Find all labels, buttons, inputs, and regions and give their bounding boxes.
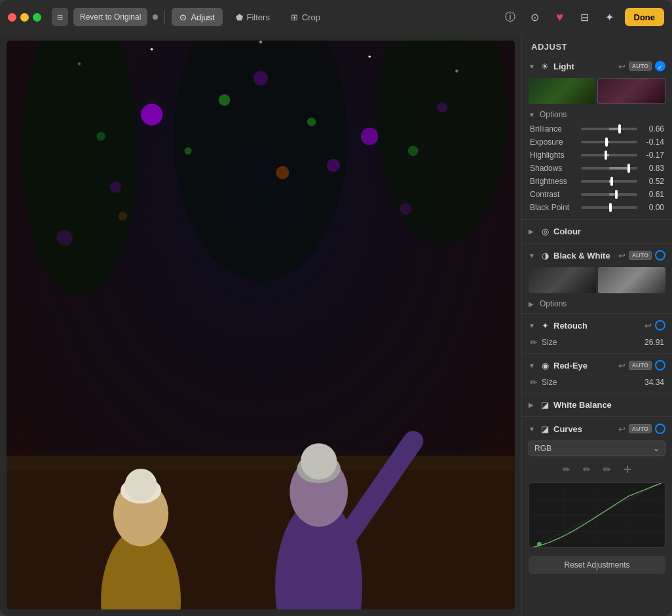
tools-icon: ✦ [605,11,614,24]
curves-eyedropper-white-button[interactable]: ✏ [602,463,612,476]
done-button[interactable]: Done [625,8,665,26]
layout-icon: ⊟ [57,13,63,22]
curves-tools: ✏ ✏ ✏ ✛ [522,459,672,480]
divider-5 [522,393,672,393]
curves-crosshair-button[interactable]: ✛ [622,463,633,476]
curves-graph[interactable] [529,482,665,548]
bw-undo-button[interactable]: ↩ [618,251,625,261]
info-icon: ⓘ [505,10,515,24]
compare-icon: ⊟ [580,11,589,24]
curves-section-header[interactable]: ◪ Curves ↩ AUTO [522,420,672,438]
bw-auto-badge: AUTO [629,251,652,260]
panel-header: ADJUST [522,34,672,57]
contrast-slider[interactable] [581,193,637,196]
light-check-icon [658,60,663,72]
colour-section-title: Colour [553,226,665,236]
bw-toggle-button[interactable] [655,250,665,261]
curves-section-title: Curves [553,424,615,434]
retouch-size-icon: ✏ [530,337,538,348]
revert-button[interactable]: Revert to Original [73,8,147,26]
curves-chevron-icon [529,426,536,433]
bw-thumb-left [529,267,596,293]
redeye-chevron-icon [529,362,536,369]
exposure-slider[interactable] [581,141,637,143]
favorite-button[interactable]: ♥ [550,7,570,27]
brilliance-slider[interactable] [581,128,637,130]
maximize-button[interactable] [33,13,41,22]
retouch-section-title: Retouch [553,321,641,331]
bw-options-header[interactable]: Options [522,297,672,310]
curves-rgb-dropdown[interactable]: RGB ⌄ [529,441,665,456]
wb-chevron-icon [529,401,536,408]
bw-section-header[interactable]: ◑ Black & White ↩ AUTO [522,246,672,264]
curves-undo-button[interactable]: ↩ [618,424,625,434]
curves-icon: ◪ [540,424,550,434]
compare-button[interactable]: ⊟ [575,7,595,27]
tab-filters[interactable]: ⬟ Filters [228,8,278,26]
photo-overlay [7,41,515,609]
brightness-slider[interactable] [581,180,637,183]
blackpoint-row: Black Point 0.00 [522,201,672,214]
crop-icon: ⊞ [291,12,298,22]
colour-section-header[interactable]: ◎ Colour [522,223,672,240]
highlights-slider[interactable] [581,154,637,156]
light-undo-button[interactable]: ↩ [618,62,625,71]
share-button[interactable]: ⊙ [525,7,545,27]
svg-point-1 [141,103,162,125]
main-area: ADJUST ☀ Light ↩ AUTO Options [0,34,672,616]
redeye-size-value: 34.34 [644,378,664,387]
info-button[interactable]: ⓘ [500,7,520,27]
close-button[interactable] [8,13,16,22]
blackpoint-value: 0.00 [641,203,664,212]
curves-line [529,483,665,547]
redeye-section-title: Red-Eye [553,361,615,371]
shadows-row: Shadows 0.83 [522,162,672,175]
svg-rect-25 [7,470,515,609]
shadows-slider[interactable] [581,167,637,170]
divider-1 [522,219,672,220]
contrast-value: 0.61 [641,190,664,199]
highlights-row: Highlights -0.17 [522,149,672,162]
layout-toggle-button[interactable]: ⊟ [52,8,68,26]
light-sliders: Brilliance 0.66 Exposure -0.14 Highlight… [522,121,672,217]
heart-icon: ♥ [556,10,563,24]
redeye-icon: ◉ [540,361,550,371]
redeye-size-icon: ✏ [530,377,538,388]
light-icon: ☀ [540,62,550,71]
brilliance-label: Brilliance [530,124,577,134]
options-section-header[interactable]: Options [522,108,672,121]
curves-eyedropper-gray-button[interactable]: ✏ [582,463,592,476]
divider-3 [522,313,672,314]
tools-button[interactable]: ✦ [600,7,620,27]
redeye-size-row: ✏ Size 34.34 [522,374,672,390]
light-section-title: Light [553,62,615,71]
wb-section-header[interactable]: ◪ White Balance [522,396,672,414]
light-thumbnails [522,75,672,108]
redeye-section-header[interactable]: ◉ Red-Eye ↩ AUTO [522,356,672,374]
redeye-undo-button[interactable]: ↩ [618,361,625,371]
blackpoint-label: Black Point [530,203,577,212]
curves-eyedropper-black-button[interactable]: ✏ [561,463,572,476]
retouch-undo-button[interactable]: ↩ [644,321,652,331]
tab-crop[interactable]: ⊞ Crop [283,8,328,26]
shadows-label: Shadows [530,164,577,173]
retouch-toggle-button[interactable] [655,320,665,331]
minimize-button[interactable] [20,13,29,22]
tab-adjust[interactable]: ⊙ Adjust [172,8,222,26]
divider-2 [522,243,672,244]
wb-section-title: White Balance [553,400,665,410]
brilliance-value: 0.66 [641,124,664,134]
photo-image [7,41,515,609]
blackpoint-slider[interactable] [581,206,637,209]
wb-icon: ◪ [540,400,550,410]
svg-point-19 [369,56,371,58]
divider-4 [522,353,672,353]
exposure-row: Exposure -0.14 [522,136,672,149]
light-section-header[interactable]: ☀ Light ↩ AUTO [522,57,672,75]
redeye-toggle-button[interactable] [655,360,665,371]
light-toggle-button[interactable] [655,61,665,71]
reset-adjustments-button[interactable]: Reset Adjustments [529,556,665,574]
retouch-section-header[interactable]: ✦ Retouch ↩ [522,316,672,335]
redeye-section-actions: ↩ AUTO [618,360,665,371]
curves-toggle-button[interactable] [655,424,665,434]
